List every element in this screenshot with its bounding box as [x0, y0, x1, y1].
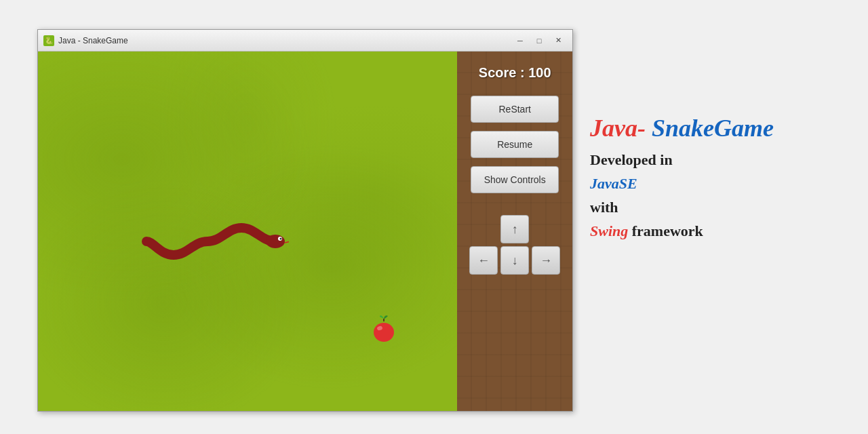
title-snake: SnakeGame: [652, 115, 774, 142]
restart-button[interactable]: ReStart: [471, 96, 559, 123]
minimize-button[interactable]: ─: [511, 34, 529, 47]
left-button[interactable]: ←: [469, 246, 498, 275]
snake: [140, 214, 289, 271]
info-line1: Developed in: [590, 151, 673, 168]
score-display: Score : 100: [479, 65, 551, 81]
down-button[interactable]: ↓: [500, 246, 529, 275]
up-button[interactable]: ↑: [500, 215, 529, 243]
svg-point-0: [266, 235, 285, 248]
direction-controls: ↑ ← ↓ →: [469, 215, 560, 275]
maximize-button[interactable]: □: [530, 34, 548, 47]
info-framework: framework: [628, 222, 703, 239]
info-subtitle: Developed in JavaSE with Swing framework: [590, 148, 834, 243]
app-icon: 🐍: [43, 35, 54, 46]
svg-point-2: [280, 238, 282, 240]
resume-button[interactable]: Resume: [471, 131, 559, 158]
titlebar-controls: ─ □ ✕: [511, 34, 567, 47]
apple: [370, 313, 397, 343]
svg-point-4: [374, 323, 394, 342]
info-panel: Java- SnakeGame Developed in JavaSE with…: [590, 115, 834, 243]
titlebar: 🐍 Java - SnakeGame ─ □ ✕: [38, 30, 572, 52]
title-java: Java-: [590, 115, 652, 142]
close-button[interactable]: ✕: [549, 34, 567, 47]
info-swing: Swing: [590, 222, 628, 239]
info-with: with: [590, 199, 618, 216]
app-window: 🐍 Java - SnakeGame ─ □ ✕: [37, 29, 573, 412]
window-content: Score : 100 ReStart Resume Show Controls…: [38, 52, 572, 411]
info-javase: JavaSE: [590, 175, 637, 192]
side-panel: Score : 100 ReStart Resume Show Controls…: [457, 52, 572, 411]
game-canvas: [38, 52, 457, 411]
show-controls-button[interactable]: Show Controls: [471, 166, 559, 193]
window-title: Java - SnakeGame: [58, 36, 511, 45]
right-button[interactable]: →: [532, 246, 560, 275]
game-title: Java- SnakeGame: [590, 115, 834, 142]
